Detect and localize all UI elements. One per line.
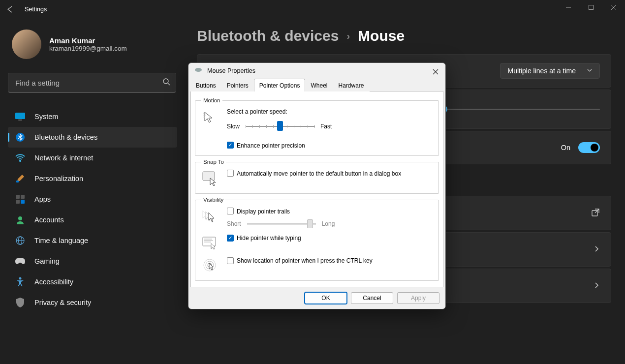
svg-rect-27 [203,172,215,181]
sidebar-item-privacy-security[interactable]: Privacy & security [8,292,177,313]
snapto-legend: Snap To [201,159,226,165]
short-label: Short [227,220,241,227]
sidebar-item-label: Bluetooth & devices [34,133,97,141]
dialog-title: Mouse Properties [207,67,255,74]
snapto-group: Snap To Automatically move pointer to th… [195,159,439,194]
tab-pointer-options[interactable]: Pointer Options [254,79,306,91]
chevron-right-icon [593,282,600,290]
svg-line-5 [168,83,170,85]
snap-label: Automatically move pointer to the defaul… [237,170,401,178]
back-button[interactable] [4,3,16,15]
user-profile[interactable]: Aman Kumar kraman19999@gmail.com [8,30,182,59]
trails-slider [247,218,316,229]
cancel-button[interactable]: Cancel [351,292,393,304]
trails-icon [201,208,219,225]
user-email: kraman19999@gmail.com [49,45,127,52]
shield-icon [15,297,26,308]
toggle-state: On [561,144,570,152]
tab-strip: Buttons Pointers Pointer Options Wheel H… [188,78,445,91]
svg-rect-6 [15,113,25,119]
svg-point-21 [195,68,202,72]
enhance-precision-label: Enhance pointer precision [237,142,305,150]
sidebar-item-gaming[interactable]: Gaming [8,251,177,272]
visibility-legend: Visibility [201,197,225,203]
ctrl-locate-label: Show location of pointer when I press th… [237,257,373,265]
chevron-right-icon: › [346,30,350,42]
tab-wheel[interactable]: Wheel [305,79,333,91]
sidebar: Aman Kumar kraman19999@gmail.com System … [0,30,182,313]
window-title: Settings [25,6,47,13]
sidebar-item-label: Accessibility [34,278,73,286]
dialog-footer: OK Cancel Apply [188,287,445,309]
chevron-right-icon [593,245,600,254]
scroll-inactive-toggle[interactable] [578,142,600,153]
chevron-down-icon [587,67,593,75]
slow-label: Slow [227,123,240,130]
ctrl-locate-checkbox[interactable] [227,257,234,264]
sidebar-item-time-language[interactable]: Time & language [8,230,177,251]
maximize-button[interactable] [580,0,602,15]
pointer-speed-label: Select a pointer speed: [227,108,433,115]
mouse-properties-dialog: Mouse Properties Buttons Pointers Pointe… [188,62,446,309]
sidebar-item-label: Time & language [34,237,88,244]
dialog-close-button[interactable] [430,66,441,78]
ctrl-locate-icon [201,257,219,274]
svg-point-9 [20,160,21,161]
tab-pointers[interactable]: Pointers [221,79,254,91]
sidebar-item-label: Apps [34,195,51,203]
sidebar-item-system[interactable]: System [8,106,177,127]
search-input[interactable] [8,73,176,92]
breadcrumb-current: Mouse [358,28,405,44]
sidebar-item-accessibility[interactable]: Accessibility [8,272,177,292]
user-name: Aman Kumar [49,36,127,45]
sidebar-item-apps[interactable]: Apps [8,189,177,210]
hide-typing-icon [201,234,219,252]
enhance-precision-checkbox[interactable] [227,142,234,149]
display-icon [15,111,26,122]
svg-rect-13 [16,200,20,204]
svg-point-15 [18,216,22,220]
dropdown-value: Multiple lines at a time [507,67,576,75]
ok-button[interactable]: OK [305,292,347,304]
trails-label: Display pointer trails [237,208,290,215]
fast-label: Fast [320,123,332,130]
mouse-icon [194,67,202,74]
sidebar-item-label: Gaming [34,257,60,265]
pointer-speed-slider[interactable] [246,120,314,133]
sidebar-item-personalization[interactable]: Personalization [8,168,177,189]
external-link-icon [591,208,600,218]
svg-rect-28 [203,237,216,246]
dialog-titlebar: Mouse Properties [188,63,445,78]
breadcrumb-parent[interactable]: Bluetooth & devices [197,28,339,44]
sidebar-item-accounts[interactable]: Accounts [8,210,177,230]
search-icon [162,78,170,88]
motion-group: Motion Select a pointer speed: Slow Fas [195,97,439,156]
close-button[interactable] [602,0,625,15]
avatar [12,30,41,59]
brush-icon [15,173,26,184]
hide-typing-checkbox[interactable] [227,235,234,242]
svg-point-4 [163,79,168,84]
motion-legend: Motion [201,97,222,103]
nav-list: System Bluetooth & devices Network & int… [8,106,177,313]
tab-hardware[interactable]: Hardware [333,79,369,91]
sidebar-item-label: Privacy & security [34,299,91,306]
tab-body: Motion Select a pointer speed: Slow Fas [190,91,443,287]
sidebar-item-label: Network & internet [34,154,93,162]
bluetooth-icon [15,132,26,143]
wifi-icon [15,152,26,163]
svg-rect-12 [21,195,25,199]
scroll-mode-dropdown[interactable]: Multiple lines at a time [500,63,600,79]
visibility-group: Visibility Display pointer trails Short [195,197,439,281]
tab-buttons[interactable]: Buttons [190,79,221,91]
svg-rect-11 [16,195,20,199]
svg-point-19 [19,277,22,280]
sidebar-item-network[interactable]: Network & internet [8,148,177,168]
sidebar-item-bluetooth-devices[interactable]: Bluetooth & devices [8,127,177,148]
apps-icon [15,194,26,205]
sidebar-item-label: Accounts [34,216,64,224]
minimize-button[interactable] [557,0,580,15]
trails-checkbox[interactable] [227,208,234,214]
snap-checkbox[interactable] [227,170,234,177]
svg-rect-1 [589,5,594,10]
